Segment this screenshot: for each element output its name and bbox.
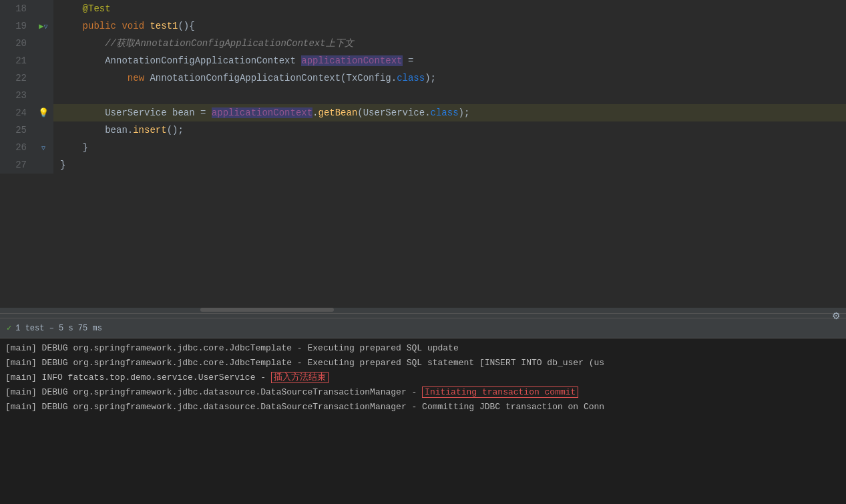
console-line: [main] DEBUG org.springframework.jdbc.da…: [0, 385, 846, 400]
line-number: 19: [0, 17, 33, 35]
bookmark-icon: ▽: [44, 23, 48, 31]
log-text: [main] DEBUG org.springframework.jdbc.co…: [5, 358, 604, 368]
highlighted-cn-text: 插入方法结束: [271, 372, 329, 383]
console-line: [main] INFO fatcats.top.demo.service.Use…: [0, 370, 846, 385]
line-number: 21: [0, 52, 33, 69]
empty-editor-space: [0, 174, 846, 240]
log-text: [main] DEBUG org.springframework.jdbc.co…: [5, 343, 459, 353]
log-prefix: [main] INFO fatcats.top.demo.service.Use…: [5, 372, 271, 383]
code-line: }: [53, 139, 846, 156]
line-number: 18: [0, 0, 33, 17]
gutter-cell: ▽: [33, 139, 53, 156]
line-number: 20: [0, 35, 33, 52]
line-number: 24: [0, 104, 33, 121]
gutter-cell: 💡: [33, 104, 53, 121]
code-line: new AnnotationConfigApplicationContext(T…: [53, 69, 846, 87]
code-line: public void test1(){: [53, 17, 846, 35]
gutter-cell: [33, 156, 53, 174]
code-line: AnnotationConfigApplicationContext appli…: [53, 52, 846, 69]
bulb-icon: 💡: [38, 108, 49, 118]
line-number: 25: [0, 121, 33, 139]
gutter-cell: [33, 69, 53, 87]
gutter-cell: ▶▽: [33, 17, 53, 35]
console-line: [main] DEBUG org.springframework.jdbc.co…: [0, 356, 846, 370]
editor-console-separator: ⚙: [0, 313, 846, 318]
highlighted-en-text: Initiating transaction commit: [422, 387, 578, 398]
line-number: 26: [0, 139, 33, 156]
run-arrow-icon: ▶: [39, 22, 43, 31]
gutter-cell: [33, 0, 53, 17]
code-line: [53, 87, 846, 104]
line-number: 23: [0, 87, 33, 104]
code-line: }: [53, 156, 846, 174]
code-editor: 18 @Test19▶▽ public void test1(){20 //获取…: [0, 0, 846, 307]
gutter-cell: [33, 121, 53, 139]
test-result-label: 1 test – 5 s 75 ms: [15, 324, 102, 333]
editor-scrollbar[interactable]: [0, 308, 846, 313]
gutter-cell: [33, 35, 53, 52]
line-number: 22: [0, 69, 33, 87]
test-result-icon: ✓: [7, 323, 11, 333]
log-prefix: [main] DEBUG org.springframework.jdbc.da…: [5, 387, 422, 397]
console-line: [main] DEBUG org.springframework.jdbc.da…: [0, 400, 846, 415]
code-table: 18 @Test19▶▽ public void test1(){20 //获取…: [0, 0, 846, 174]
console-line: [main] DEBUG org.springframework.jdbc.co…: [0, 341, 846, 356]
console-content: [main] DEBUG org.springframework.jdbc.co…: [0, 338, 846, 417]
code-line: UserService bean = applicationContext.ge…: [53, 104, 846, 121]
code-line: bean.insert();: [53, 121, 846, 139]
settings-button[interactable]: ⚙: [832, 310, 841, 321]
bookmark-icon: ▽: [41, 145, 45, 152]
line-number: 27: [0, 156, 33, 174]
gutter-cell: [33, 52, 53, 69]
console-output: [main] DEBUG org.springframework.jdbc.co…: [0, 338, 846, 504]
gutter-cell: [33, 87, 53, 104]
code-line: @Test: [53, 0, 846, 17]
console-toolbar: ✓ 1 test – 5 s 75 ms: [0, 318, 846, 338]
log-text: [main] DEBUG org.springframework.jdbc.da…: [5, 402, 604, 412]
code-line: //获取AnnotationConfigApplicationContext上下…: [53, 35, 846, 52]
